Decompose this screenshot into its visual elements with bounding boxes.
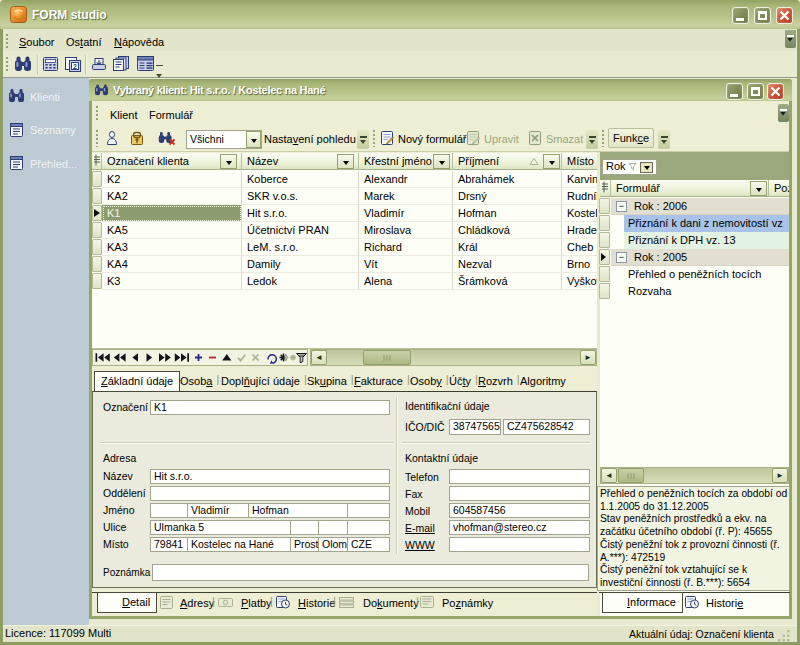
svg-text:2: 2 (73, 63, 77, 70)
